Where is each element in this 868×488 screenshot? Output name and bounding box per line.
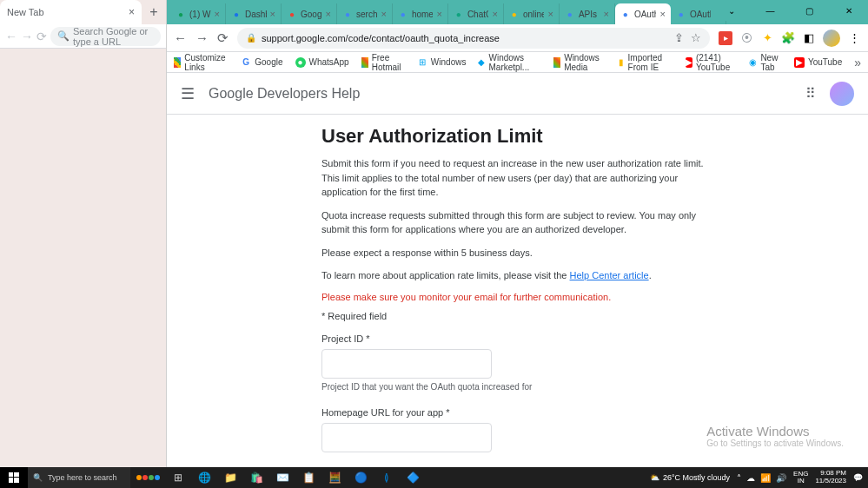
profile-avatar[interactable] <box>823 30 840 47</box>
active-chrome-window: ⌄ — ▢ ✕ ●(1) Wh×●Dashb×●Googl×●serch×●ho… <box>167 0 868 488</box>
close-icon[interactable]: × <box>547 9 553 19</box>
bookmark-item-8[interactable]: ▶(2141) YouTube <box>686 53 738 72</box>
bookmarks-bar: Customize LinksGGoogle●WhatsAppFree Hotm… <box>167 52 868 73</box>
bookmark-label: Free Hotmail <box>372 53 405 72</box>
bookmark-star-icon[interactable]: ☆ <box>691 31 701 44</box>
extension-icon-1[interactable]: ▸ <box>719 31 732 45</box>
omnibox[interactable]: 🔒 support.google.com/code/contact/oauth_… <box>237 28 710 49</box>
bookmark-item-3[interactable]: Free Hotmail <box>361 53 405 72</box>
window-dropdown-button[interactable]: ⌄ <box>712 0 751 21</box>
notifications-icon[interactable]: 💬 <box>853 473 863 482</box>
back-button[interactable]: ← <box>174 30 187 45</box>
taskbar-chrome-icon[interactable]: 🔵 <box>348 467 374 488</box>
bookmark-favicon-icon: ▶ <box>794 57 805 68</box>
bookmark-item-6[interactable]: Windows Media <box>553 53 605 72</box>
start-button[interactable] <box>0 467 28 488</box>
close-icon[interactable]: × <box>381 9 386 19</box>
window-maximize-button[interactable]: ▢ <box>790 0 829 21</box>
bookmark-item-7[interactable]: ▮Imported From IE <box>618 53 673 72</box>
browser-tab-7[interactable]: ●APIs &× <box>560 3 615 24</box>
bookmark-item-9[interactable]: ◉New Tab <box>749 53 782 72</box>
taskbar-vscode-icon[interactable]: ≬ <box>374 467 400 488</box>
new-tab-button[interactable]: + <box>142 4 166 20</box>
svg-rect-2 <box>9 478 13 483</box>
bookmark-label: Imported From IE <box>628 53 673 72</box>
bookmark-item-1[interactable]: GGoogle <box>241 57 282 68</box>
bookmark-item-10[interactable]: ▶YouTube <box>794 57 842 68</box>
tab-favicon-icon: ● <box>565 9 575 19</box>
close-icon[interactable]: × <box>603 9 608 19</box>
bookmark-favicon-icon: ⊞ <box>417 57 427 68</box>
close-icon[interactable]: × <box>436 9 441 19</box>
extension-icon-2[interactable]: ⦿ <box>739 31 753 45</box>
tray-volume-icon[interactable]: 🔊 <box>776 473 786 483</box>
side-panel-icon[interactable]: ◧ <box>802 31 816 45</box>
bookmark-item-5[interactable]: ◆Windows Marketpl... <box>478 53 541 72</box>
user-avatar[interactable] <box>830 82 854 106</box>
hamburger-menu-icon[interactable]: ☰ <box>181 84 195 103</box>
window-close-button[interactable]: ✕ <box>829 0 868 21</box>
form-warning: Please make sure you monitor your email … <box>321 292 721 302</box>
tray-wifi-icon[interactable]: 📶 <box>760 473 771 483</box>
taskbar-language[interactable]: ENG IN <box>793 471 808 485</box>
help-center-link[interactable]: Help Center article <box>570 270 649 280</box>
bookmark-label: YouTube <box>808 57 842 67</box>
browser-tab-0[interactable]: ●(1) Wh× <box>170 3 226 24</box>
taskbar-app-icon-1[interactable]: 📋 <box>295 467 321 488</box>
tray-onedrive-icon[interactable]: ☁ <box>746 473 755 483</box>
bookmark-favicon-icon <box>174 57 181 68</box>
tab-favicon-icon: ● <box>287 9 297 19</box>
close-icon[interactable]: × <box>659 9 665 19</box>
homepage-input[interactable] <box>321 423 492 452</box>
browser-tab-6[interactable]: ●online× <box>504 3 560 24</box>
reload-button[interactable]: ⟳ <box>217 30 229 46</box>
bookmark-item-0[interactable]: Customize Links <box>174 53 229 72</box>
form-heading: User Authorization Limit <box>321 125 721 148</box>
close-icon[interactable]: × <box>492 9 497 19</box>
extensions-menu-icon[interactable]: 🧩 <box>781 31 795 45</box>
taskbar-edge-icon[interactable]: 🌐 <box>191 467 217 488</box>
bookmark-label: Windows Marketpl... <box>489 53 542 72</box>
browser-tab-3[interactable]: ●serch× <box>337 3 393 24</box>
omnibox[interactable]: 🔍 Search Google or type a URL <box>50 27 161 46</box>
task-view-icon[interactable]: ⊞ <box>165 467 191 488</box>
bookmark-item-4[interactable]: ⊞Windows <box>417 57 467 68</box>
share-icon[interactable]: ⇪ <box>674 31 684 44</box>
extension-icon-3[interactable]: ✦ <box>760 31 774 45</box>
taskbar-news-icon[interactable] <box>135 467 161 488</box>
reload-icon[interactable]: ⟳ <box>36 30 47 43</box>
browser-tab-4[interactable]: ●homes× <box>393 3 448 24</box>
taskbar-store-icon[interactable]: 🛍️ <box>243 467 269 488</box>
google-apps-icon[interactable]: ⠿ <box>805 85 816 102</box>
bookmark-item-2[interactable]: ●WhatsApp <box>295 57 349 68</box>
window-minimize-button[interactable]: — <box>751 0 790 21</box>
tab-favicon-icon: ● <box>509 9 520 19</box>
bookmark-label: Windows <box>431 57 467 67</box>
browser-tab-2[interactable]: ●Googl× <box>282 3 337 24</box>
browser-tab-8[interactable]: ●OAuth× <box>615 3 671 24</box>
taskbar-app-icon-3[interactable]: 🔷 <box>400 467 426 488</box>
bookmarks-overflow-icon[interactable]: » <box>854 56 861 69</box>
close-icon[interactable]: × <box>215 9 220 19</box>
taskbar-mail-icon[interactable]: ✉️ <box>269 467 295 488</box>
chrome-menu-icon[interactable]: ⋮ <box>847 31 861 45</box>
browser-tab-5[interactable]: ●ChatG× <box>448 3 504 24</box>
tray-chevron-icon[interactable]: ˄ <box>737 473 741 483</box>
bookmark-favicon-icon: ● <box>295 57 306 68</box>
taskbar-explorer-icon[interactable]: 📁 <box>217 467 243 488</box>
bookmark-favicon-icon: ▶ <box>686 57 692 68</box>
windows-taskbar: 🔍 Type here to search ⊞ 🌐 📁 🛍️ ✉️ 📋 🧮 🔵 … <box>0 467 868 488</box>
left-tab-newtab[interactable]: New Tab × <box>0 0 142 24</box>
close-icon[interactable]: × <box>129 6 135 18</box>
taskbar-clock[interactable]: 9:08 PM 11/5/2023 <box>815 470 846 485</box>
browser-tab-1[interactable]: ●Dashb× <box>226 3 282 24</box>
project-id-input[interactable] <box>321 349 492 379</box>
taskbar-search[interactable]: 🔍 Type here to search <box>28 467 130 488</box>
page-title: Google Developers Help <box>209 86 360 102</box>
close-icon[interactable]: × <box>270 9 275 19</box>
taskbar-weather[interactable]: ⛅ 26°C Mostly cloudy <box>650 473 730 482</box>
taskbar-app-icon-2[interactable]: 🧮 <box>321 467 348 488</box>
forward-button[interactable]: → <box>195 30 209 45</box>
tab-title: homes <box>412 10 434 19</box>
close-icon[interactable]: × <box>326 9 331 19</box>
